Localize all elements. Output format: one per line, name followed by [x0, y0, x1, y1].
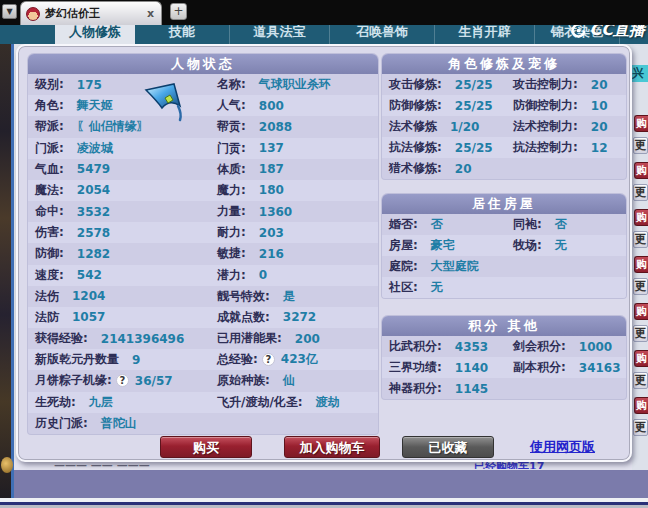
- help-icon[interactable]: ?: [262, 353, 275, 366]
- new-tab-button[interactable]: +: [170, 3, 187, 20]
- stat-row: 角色:舞天姬人气:800: [28, 95, 378, 116]
- clipped-more-button[interactable]: 更: [633, 372, 648, 389]
- stat-value: 无: [431, 279, 443, 296]
- stat-label: 敏捷:: [217, 245, 246, 262]
- stat-label: 魔力:: [217, 182, 246, 199]
- stat-pair: 魔法:2054: [35, 182, 217, 199]
- clipped-buy-button[interactable]: 购: [634, 303, 648, 320]
- stat-row: 神器积分:1145: [382, 378, 626, 399]
- stat-row: 级别:175名称:气球职业杀环: [28, 74, 378, 95]
- nav-tab-label: 技能: [169, 23, 195, 41]
- stat-pair: 伤害:2578: [35, 224, 217, 241]
- stat-row: 门派:凌波城门贡:137: [28, 138, 378, 159]
- favorited-button[interactable]: 已收藏: [402, 436, 494, 458]
- highlighted-menu-fragment[interactable]: 兴: [632, 65, 648, 82]
- stat-pair: 命中:3532: [35, 203, 217, 220]
- stat-value: 20: [455, 162, 472, 176]
- stat-label: 神器积分:: [389, 380, 442, 397]
- stat-label: 获得经验:: [35, 330, 88, 347]
- add-to-cart-button[interactable]: 加入购物车: [284, 436, 380, 458]
- help-icon[interactable]: ?: [116, 374, 129, 387]
- stat-row: 魔法:2054魔力:180: [28, 180, 378, 201]
- nav-tab-label: 道具法宝: [254, 23, 306, 41]
- stat-label: 魔法:: [35, 182, 64, 199]
- stat-label: 攻击修炼:: [389, 76, 442, 93]
- stat-label: 已用潜能果:: [217, 330, 282, 347]
- stat-row: 法伤1204靓号特效:是: [28, 286, 378, 307]
- stat-label: 房屋:: [389, 237, 418, 254]
- stat-value: 舞天姬: [77, 97, 113, 114]
- stat-pair: 级别:175: [35, 76, 217, 93]
- stat-value: 否: [555, 216, 567, 233]
- cultivation-panel: 角色修炼及宠修 攻击修炼:25/25攻击控制力:20防御修炼:25/25防御控制…: [382, 54, 626, 179]
- tab-close-icon[interactable]: x: [145, 7, 156, 20]
- stat-value: 25/25: [455, 141, 493, 155]
- status-rows: 级别:175名称:气球职业杀环角色:舞天姬人气:800帮派:〖仙侣情缘〗帮贡:2…: [28, 74, 378, 434]
- stat-value: 1145: [455, 382, 488, 396]
- clipped-buy-button[interactable]: 购: [634, 209, 648, 226]
- stat-pair: 帮贡:2088: [217, 118, 292, 135]
- stat-value: 1000: [579, 340, 612, 354]
- stat-label: 人气:: [217, 97, 246, 114]
- stat-label: 防御:: [35, 245, 64, 262]
- browser-tab[interactable]: 梦幻估价王 x: [20, 1, 162, 25]
- clipped-more-button[interactable]: 更: [633, 184, 648, 201]
- stat-pair: 防御:1282: [35, 245, 217, 262]
- stat-value: 渡劫: [316, 394, 340, 411]
- clipped-more-button[interactable]: 更: [633, 325, 648, 342]
- stat-label: 级别:: [35, 76, 64, 93]
- clipped-more-button[interactable]: 更: [633, 419, 648, 436]
- stat-row: 新版乾元丹数量9总经验:?423亿: [28, 349, 378, 370]
- stat-label: 帮派:: [35, 118, 64, 135]
- stat-value: 187: [259, 162, 284, 176]
- stat-value: 25/25: [455, 99, 493, 113]
- stat-label: 攻击控制力:: [513, 76, 578, 93]
- stat-row: 历史门派:普陀山: [28, 413, 378, 434]
- clipped-more-button[interactable]: 更: [633, 278, 648, 295]
- stat-pair: 防御控制力:10: [513, 97, 608, 114]
- stat-value: 9: [132, 353, 140, 367]
- browser-tab-bar: ▼ 梦幻估价王 x +: [0, 0, 648, 25]
- clipped-buy-button[interactable]: 购: [634, 350, 648, 367]
- character-detail-dialog: 人物状态 级别:175名称:气球职业杀环角色:舞天姬人气:800帮派:〖仙侣情缘…: [16, 44, 632, 462]
- stat-pair: 攻击修炼:25/25: [389, 76, 513, 93]
- stat-pair: 猎术修炼:20: [389, 160, 513, 177]
- web-version-link[interactable]: 使用网页版: [530, 438, 595, 456]
- stat-row: 防御修炼:25/25防御控制力:10: [382, 95, 626, 116]
- clipped-buy-button[interactable]: 购: [634, 397, 648, 414]
- stat-label: 体质:: [217, 161, 246, 178]
- housing-panel: 居住房屋 婚否:否同袍:否房屋:豪宅牧场:无庭院:大型庭院社区:无: [382, 194, 626, 298]
- stat-row: 防御:1282敏捷:216: [28, 243, 378, 264]
- stat-value: 1282: [77, 247, 110, 261]
- footer-purple-bar: [14, 470, 648, 498]
- stat-row: 月饼粽子机缘:?36/57原始种族:仙: [28, 370, 378, 391]
- stat-label: 抗法控制力:: [513, 139, 578, 156]
- stat-label: 名称:: [217, 76, 246, 93]
- clipped-buy-button[interactable]: 购: [634, 115, 648, 132]
- stat-value: 2054: [77, 183, 110, 197]
- clipped-buy-button[interactable]: 购: [634, 256, 648, 273]
- stat-label: 潜力:: [217, 267, 246, 284]
- stat-label: 角色:: [35, 97, 64, 114]
- stat-value: 3532: [77, 205, 110, 219]
- app-window: 人物修炼技能道具法宝召唤兽饰生肖开辟锦衣染色 CC直播 ▼ 梦幻估价王 x + …: [0, 0, 648, 508]
- stat-label: 力量:: [217, 203, 246, 220]
- stat-label: 气血:: [35, 161, 64, 178]
- stat-row: 猎术修炼:20: [382, 158, 626, 179]
- stat-label: 耐力:: [217, 224, 246, 241]
- clipped-buy-button[interactable]: 购: [634, 162, 648, 179]
- stat-row: 庭院:大型庭院: [382, 256, 626, 277]
- stat-row: 法术修炼1/20法术控制力:20: [382, 116, 626, 137]
- page-right-background-strip: 兴 购更购更购更购更购更购更购更: [632, 44, 648, 470]
- stat-pair: 抗法控制力:12: [513, 139, 608, 156]
- stat-pair: 法防1057: [35, 309, 217, 326]
- stat-label: 总经验:: [217, 351, 258, 368]
- tab-list-dropdown-button[interactable]: ▼: [2, 4, 17, 19]
- stat-label: 生死劫:: [35, 394, 76, 411]
- stat-value: 542: [77, 268, 102, 282]
- stat-row: 社区:无: [382, 277, 626, 298]
- buy-button[interactable]: 购买: [160, 436, 252, 458]
- clipped-more-button[interactable]: 更: [633, 231, 648, 248]
- clipped-more-button[interactable]: 更: [633, 137, 648, 154]
- stat-value: 3272: [283, 310, 316, 324]
